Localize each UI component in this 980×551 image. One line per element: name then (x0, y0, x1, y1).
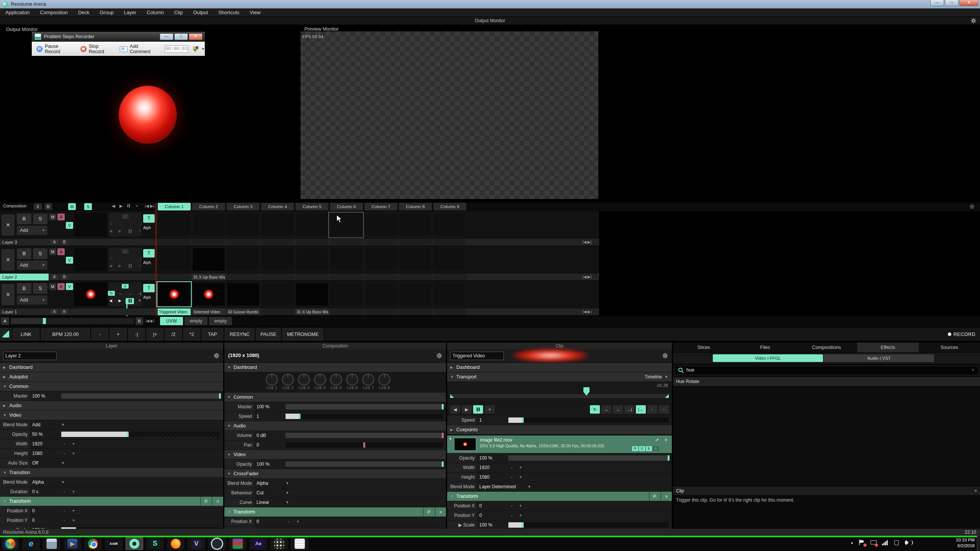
taskbar-icon-chrome[interactable] (84, 537, 102, 550)
clip-solo-badge[interactable]: S (122, 249, 129, 254)
clip-cell[interactable] (399, 282, 432, 306)
deck-tab-empty[interactable]: empty (185, 317, 207, 325)
clip-cell[interactable] (158, 213, 191, 236)
dashboard-knob[interactable] (282, 373, 294, 386)
close-button[interactable]: ✕ (959, 0, 978, 6)
decrement-button[interactable]: - (508, 501, 514, 510)
psr-pause-record-button[interactable]: Pause Record (45, 44, 74, 54)
layer-name[interactable]: Layer 1 (0, 308, 49, 315)
add-cue-icon[interactable]: + (647, 405, 657, 414)
decrement-button[interactable]: - (508, 511, 514, 520)
taskbar-icon-wmp[interactable]: ▶ (64, 537, 81, 550)
layer-skip-buttons[interactable]: |◀ ▶| (583, 239, 591, 246)
chevron-down-icon[interactable]: ▼ (286, 488, 289, 497)
param-value[interactable]: 100 % (256, 402, 270, 411)
play-icon[interactable]: ▶ (462, 405, 472, 414)
bpm-minus[interactable]: - (91, 328, 109, 341)
pause-icon[interactable] (126, 298, 134, 304)
clip-cell[interactable] (330, 282, 363, 306)
tab-compositions[interactable]: Compositions (796, 342, 857, 352)
slider-handle[interactable] (442, 461, 444, 467)
empty-clip-label[interactable] (227, 274, 260, 280)
layer-name-input[interactable] (3, 352, 57, 360)
clip-cell[interactable] (364, 248, 397, 271)
menu-column[interactable]: Column (147, 10, 164, 15)
menu-composition[interactable]: Composition (40, 10, 68, 15)
empty-clip-label[interactable] (296, 274, 328, 280)
section-transform[interactable]: ▼TransformP.≡ (0, 497, 223, 506)
chevron-down-icon[interactable]: ▼ (528, 482, 531, 491)
to-end-icon[interactable]: →| (136, 221, 142, 226)
increment-button[interactable]: + (518, 463, 524, 472)
empty-clip-label[interactable] (192, 239, 225, 246)
slider-handle[interactable] (668, 455, 670, 461)
clip-name-input[interactable] (450, 352, 504, 360)
tab-files[interactable]: Files (734, 342, 795, 352)
pingpong-icon[interactable]: ↔ (117, 291, 124, 296)
param-slider[interactable] (508, 455, 669, 461)
param-value[interactable]: Add (32, 420, 40, 429)
psr-restore-button[interactable]: □ (174, 33, 188, 40)
slider-handle[interactable] (442, 433, 444, 438)
layer-bypass-button[interactable]: B (17, 283, 31, 294)
slider-handle[interactable] (299, 414, 301, 419)
clip-cell[interactable] (192, 213, 225, 236)
dashboard-knob[interactable] (266, 373, 278, 386)
layer-m-button[interactable]: M (49, 283, 56, 290)
clip-cell[interactable] (364, 282, 397, 306)
pause-icon[interactable] (126, 263, 134, 269)
layer-solo-button[interactable]: S (33, 283, 47, 294)
layer-bypass-button[interactable]: B (17, 248, 31, 259)
clip-cell[interactable] (296, 282, 328, 306)
gear-icon[interactable] (662, 353, 668, 359)
bpm-halve[interactable]: /2 (165, 328, 183, 341)
param-value[interactable]: 0 (479, 501, 482, 510)
param-value[interactable]: 1 (256, 412, 259, 421)
taskbar-icon-air[interactable]: XAIR (105, 537, 122, 550)
clip-cell[interactable] (433, 213, 466, 236)
slider-handle[interactable] (442, 404, 444, 409)
clip-cell[interactable] (261, 248, 294, 271)
tab-audio-vst[interactable]: Audio | VST (824, 354, 934, 362)
layer-a-button[interactable]: A (51, 309, 58, 315)
layer-bypass-button[interactable]: B (17, 214, 31, 224)
param-slider[interactable] (286, 433, 443, 438)
decrement-button[interactable]: - (508, 473, 514, 482)
param-value[interactable]: Linear (256, 498, 269, 507)
decrement-button[interactable]: - (286, 517, 292, 526)
section-autopilot[interactable]: ▶Autopilot (0, 372, 223, 382)
composition-play-icon[interactable]: ▶ (119, 204, 122, 209)
clip-file-row[interactable]: ▼image file2.movDXV 3.0 High Quality, No… (447, 435, 672, 453)
play-icon[interactable]: ▶ (116, 263, 123, 269)
pingpong-icon[interactable]: ↔ (601, 405, 611, 414)
taskbar-icon-serato[interactable]: S (146, 537, 164, 550)
layer-blend-dropdown[interactable]: Add▼ (17, 261, 47, 270)
beat-minus[interactable]: -| (128, 328, 146, 341)
clip-cell[interactable] (192, 248, 225, 271)
dashboard-knob[interactable] (346, 373, 358, 386)
empty-clip-label[interactable] (330, 308, 363, 315)
clip-cell[interactable] (296, 248, 328, 271)
param-value[interactable]: 0 (479, 511, 482, 520)
section-cuepoints[interactable]: ▶Cuepoints (447, 425, 672, 435)
clip-cell[interactable] (433, 282, 466, 306)
prev-frame-icon[interactable]: ◀ (107, 298, 114, 304)
menu-application[interactable]: Application (5, 10, 30, 15)
prev-frame-icon[interactable]: ◀ (450, 405, 460, 414)
to-end-icon[interactable]: →| (136, 291, 142, 296)
layer-a-button[interactable]: A (51, 274, 58, 280)
empty-clip-label[interactable] (433, 239, 466, 246)
remove-file-icon[interactable]: × (665, 437, 667, 443)
move-icon[interactable]: + (659, 405, 669, 414)
column-header-1[interactable]: Column 1 (158, 203, 191, 210)
gear-icon[interactable] (971, 18, 976, 23)
loop-icon[interactable]: ↻ (108, 291, 115, 296)
timeline-track[interactable] (450, 394, 669, 398)
increment-button[interactable]: + (518, 473, 524, 482)
taskbar-icon-obs[interactable] (208, 537, 226, 550)
action-center-icon[interactable]: × (859, 540, 865, 546)
section-transform[interactable]: ▼TransformP.≡ (447, 492, 672, 501)
chevron-down-icon[interactable]: ▼ (286, 479, 289, 488)
param-value[interactable]: Cut (256, 488, 264, 497)
param-value[interactable]: 100 % (479, 453, 492, 463)
